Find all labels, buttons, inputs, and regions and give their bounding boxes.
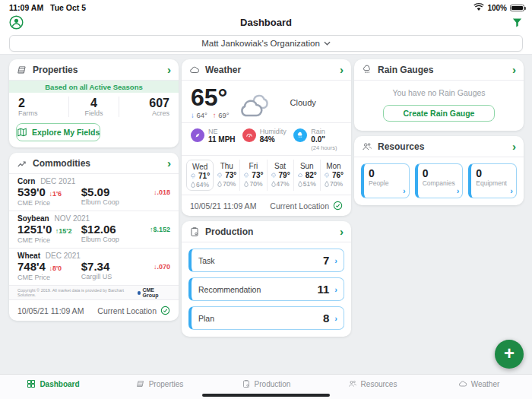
battery-icon bbox=[510, 5, 524, 11]
high-temp: 69° bbox=[218, 111, 229, 119]
current-temp: 65° bbox=[191, 85, 230, 109]
stat-farms: 2 Farms bbox=[18, 97, 68, 117]
map-icon bbox=[17, 127, 27, 138]
resource-companies[interactable]: 0 Companies bbox=[415, 163, 464, 198]
properties-title: Properties bbox=[33, 65, 78, 75]
farms-count: 2 bbox=[18, 97, 68, 109]
resource-people[interactable]: 0 People bbox=[361, 163, 410, 198]
stat-fields: 4 Fields bbox=[68, 97, 120, 117]
forecast-day-thu[interactable]: Thu 73° 70% bbox=[214, 160, 240, 191]
nav-resources[interactable]: Resources bbox=[319, 379, 426, 388]
cloud-rain-icon bbox=[190, 173, 197, 179]
plan-count: 8 bbox=[323, 312, 329, 325]
chevron-right-icon bbox=[457, 186, 460, 195]
cloud-rain-icon bbox=[324, 173, 331, 179]
current-location[interactable]: Current Location bbox=[270, 201, 343, 211]
weather-condition: Cloudy bbox=[290, 98, 316, 107]
cme-dot-icon bbox=[138, 291, 141, 295]
cme-group-logo: CME Group bbox=[138, 287, 170, 298]
chevron-right-icon[interactable] bbox=[512, 143, 516, 150]
chevron-right-icon[interactable] bbox=[340, 228, 344, 236]
resources-card-header[interactable]: Resources bbox=[354, 136, 524, 157]
chevron-right-icon[interactable] bbox=[512, 66, 516, 74]
price-source: CME Price bbox=[17, 274, 81, 281]
production-item-task[interactable]: Task 7 bbox=[188, 249, 344, 272]
commodity-row-corn[interactable]: Corn DEC 2021 539'0 ↓1'6 CME Price $5.09… bbox=[9, 174, 179, 211]
rain-gauges-card-header[interactable]: Rain Gauges bbox=[354, 59, 524, 81]
wind-direction-icon bbox=[191, 128, 204, 142]
acres-count: 607 bbox=[119, 97, 169, 109]
weather-timestamp: 10/05/21 11:09 AM bbox=[190, 201, 256, 211]
page-title: Dashboard bbox=[0, 17, 532, 28]
chevron-right-icon bbox=[334, 285, 337, 294]
nav-production[interactable]: Production bbox=[213, 379, 319, 388]
forecast-day-sun[interactable]: Sun 82° 51% bbox=[294, 160, 321, 191]
profile-avatar-icon[interactable] bbox=[9, 15, 24, 30]
forecast-day-fri[interactable]: Fri 73° 70% bbox=[240, 160, 267, 191]
dashboard-grid-icon bbox=[27, 379, 36, 388]
people-icon bbox=[362, 141, 372, 152]
field-icon bbox=[17, 65, 27, 75]
create-rain-gauge-button[interactable]: Create Rain Gauge bbox=[383, 105, 496, 122]
add-button[interactable] bbox=[495, 340, 524, 369]
clipboard-icon bbox=[242, 379, 251, 388]
humidity-metric: Humidity 84% bbox=[242, 128, 291, 144]
properties-card-header[interactable]: Properties bbox=[9, 59, 179, 81]
commodity-name: Corn bbox=[17, 177, 35, 185]
wind-metric: NE 11 MPH bbox=[191, 128, 239, 144]
local-price: $7.34 bbox=[81, 260, 138, 273]
status-bar: 11:09 AM Tue Oct 5 100% bbox=[0, 0, 532, 13]
droplet-icon bbox=[244, 181, 249, 187]
forecast-day-wed[interactable]: Wed 71° 64% bbox=[186, 160, 214, 191]
bottom-navigation: Dashboard Properties Production Resource… bbox=[0, 374, 532, 399]
local-price-change: ↓.070 bbox=[137, 260, 170, 271]
nav-properties[interactable]: Properties bbox=[106, 379, 213, 388]
chevron-right-icon bbox=[510, 186, 513, 195]
commodities-card-header[interactable]: Commodities bbox=[9, 153, 179, 174]
local-price-change: ↓.018 bbox=[137, 185, 170, 196]
commodity-name: Wheat bbox=[17, 252, 40, 260]
cloud-rain-icon bbox=[271, 173, 277, 179]
status-date: Tue Oct 5 bbox=[50, 3, 86, 12]
commodity-contract: DEC 2021 bbox=[40, 177, 75, 185]
organization-selector[interactable]: Matt Jankowiak's Organization bbox=[9, 35, 523, 52]
low-arrow-icon: ↓ bbox=[191, 111, 195, 119]
chevron-right-icon[interactable] bbox=[167, 66, 171, 74]
chevron-right-icon[interactable] bbox=[340, 66, 344, 74]
production-item-recommendation[interactable]: Recommendation 11 bbox=[188, 277, 344, 301]
filter-icon[interactable] bbox=[511, 17, 523, 28]
nav-weather[interactable]: Weather bbox=[426, 379, 532, 388]
chevron-right-icon[interactable] bbox=[167, 160, 171, 167]
active-seasons-banner: Based on all Active Seasons bbox=[9, 81, 179, 93]
cloud-icon bbox=[297, 173, 304, 179]
nav-dashboard[interactable]: Dashboard bbox=[0, 379, 106, 388]
production-card-header[interactable]: Production bbox=[182, 221, 351, 242]
local-source: Cargill US bbox=[81, 273, 138, 280]
cloud-icon bbox=[458, 379, 467, 388]
chevron-right-icon bbox=[334, 314, 337, 323]
weather-card: Weather 65° ↓ 64° ↑ 69° Cloudy NE 11 MPH bbox=[182, 59, 351, 216]
droplet-icon bbox=[298, 181, 302, 187]
explore-my-fields-button[interactable]: Explore My Fields bbox=[16, 123, 100, 141]
forecast-day-sat[interactable]: Sat 79° 47% bbox=[268, 160, 294, 191]
wifi-icon bbox=[473, 2, 484, 13]
commodity-name: Soybean bbox=[17, 214, 49, 223]
home-indicator[interactable] bbox=[202, 394, 330, 397]
rain-gauges-card: Rain Gauges You have no Rain Gauges Crea… bbox=[354, 59, 524, 131]
fields-count: 4 bbox=[69, 97, 119, 109]
rain-gauges-empty-message: You have no Rain Gauges bbox=[354, 88, 524, 97]
commodities-timestamp: 10/05/21 11:09 AM bbox=[17, 306, 84, 315]
properties-card: Properties Based on all Active Seasons 2… bbox=[9, 59, 179, 147]
resource-equipment[interactable]: 0 Equipment bbox=[468, 163, 517, 198]
production-item-plan[interactable]: Plan 8 bbox=[188, 306, 344, 330]
cme-price: 748'4 bbox=[17, 260, 46, 273]
commodity-row-soybean[interactable]: Soybean NOV 2021 1251'0 ↑15'2 CME Price … bbox=[9, 211, 179, 249]
commodity-row-wheat[interactable]: Wheat DEC 2021 748'4 ↓8'0 CME Price $7.3… bbox=[9, 249, 179, 286]
droplet-icon bbox=[217, 181, 222, 187]
commodity-contract: NOV 2021 bbox=[54, 214, 90, 223]
current-location[interactable]: Current Location bbox=[97, 306, 170, 315]
forecast-day-mon[interactable]: Mon 76° 70% bbox=[321, 160, 347, 191]
top-bar: 11:09 AM Tue Oct 5 100% Dashboard Matt J… bbox=[0, 0, 532, 55]
low-temp: 64° bbox=[196, 111, 207, 119]
weather-card-header[interactable]: Weather bbox=[182, 59, 351, 81]
